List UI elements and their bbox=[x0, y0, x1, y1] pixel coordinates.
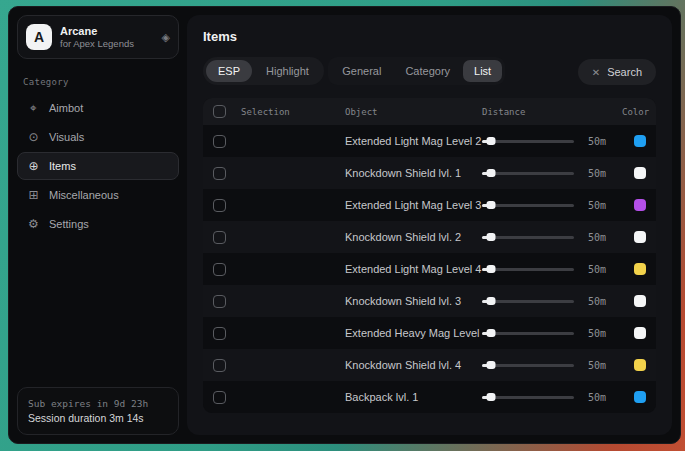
object-name: Extended Light Mag Level 3 bbox=[345, 199, 482, 211]
cheat-menu-window: A Arcane for Apex Legends ◈ Category ⌖ A… bbox=[8, 6, 681, 444]
category-section-label: Category bbox=[23, 77, 173, 87]
app-name: Arcane bbox=[60, 25, 154, 38]
distance-value: 50m bbox=[584, 136, 622, 147]
table-row[interactable]: Knockdown Shield lvl. 4 50m bbox=[203, 349, 656, 381]
object-name: Extended Light Mag Level 4 bbox=[345, 263, 482, 275]
object-name: Knockdown Shield lvl. 2 bbox=[345, 231, 482, 243]
color-swatch[interactable] bbox=[634, 263, 646, 275]
object-name: Knockdown Shield lvl. 3 bbox=[345, 295, 482, 307]
color-swatch[interactable] bbox=[634, 199, 646, 211]
row-checkbox[interactable] bbox=[213, 231, 226, 244]
session-duration-text: Session duration 3m 14s bbox=[28, 411, 168, 426]
distance-value: 50m bbox=[584, 200, 622, 211]
table-row[interactable]: Extended Light Mag Level 2 50m bbox=[203, 125, 656, 157]
brand-text: Arcane for Apex Legends bbox=[60, 25, 154, 50]
page-title: Items bbox=[203, 29, 656, 44]
distance-slider[interactable] bbox=[482, 296, 574, 306]
object-name: Backpack lvl. 1 bbox=[345, 391, 482, 403]
color-swatch[interactable] bbox=[634, 167, 646, 179]
table-row[interactable]: Extended Light Mag Level 4 50m bbox=[203, 253, 656, 285]
sidebar-item-items[interactable]: ⊕ Items bbox=[17, 152, 179, 180]
pin-icon[interactable]: ◈ bbox=[162, 31, 170, 44]
session-info-card: Sub expires in 9d 23h Session duration 3… bbox=[17, 387, 179, 435]
sidebar: A Arcane for Apex Legends ◈ Category ⌖ A… bbox=[17, 15, 179, 435]
view-tabs: General Category List bbox=[328, 57, 505, 85]
column-header-selection: Selection bbox=[241, 107, 345, 117]
color-swatch[interactable] bbox=[634, 359, 646, 371]
column-header-color: Color bbox=[622, 107, 646, 117]
sidebar-item-label: Settings bbox=[49, 218, 89, 230]
distance-slider[interactable] bbox=[482, 232, 574, 242]
color-swatch[interactable] bbox=[634, 135, 646, 147]
distance-slider[interactable] bbox=[482, 136, 574, 146]
sidebar-item-label: Visuals bbox=[49, 131, 84, 143]
row-checkbox[interactable] bbox=[213, 359, 226, 372]
column-header-object: Object bbox=[345, 107, 482, 117]
distance-slider[interactable] bbox=[482, 392, 574, 402]
sidebar-item-visuals[interactable]: ⊙ Visuals bbox=[17, 123, 179, 151]
object-name: Extended Light Mag Level 2 bbox=[345, 135, 482, 147]
distance-slider[interactable] bbox=[482, 200, 574, 210]
grid-icon: ⊞ bbox=[27, 188, 40, 202]
tab-general[interactable]: General bbox=[331, 60, 392, 82]
sidebar-item-label: Aimbot bbox=[49, 102, 83, 114]
sidebar-item-miscellaneous[interactable]: ⊞ Miscellaneous bbox=[17, 181, 179, 209]
color-swatch[interactable] bbox=[634, 231, 646, 243]
sidebar-item-label: Miscellaneous bbox=[49, 189, 119, 201]
distance-value: 50m bbox=[584, 168, 622, 179]
object-name: Knockdown Shield lvl. 4 bbox=[345, 359, 482, 371]
distance-value: 50m bbox=[584, 264, 622, 275]
object-name: Extended Heavy Mag Level 1 bbox=[345, 327, 482, 339]
row-checkbox[interactable] bbox=[213, 199, 226, 212]
row-checkbox[interactable] bbox=[213, 295, 226, 308]
app-logo: A bbox=[26, 24, 52, 50]
distance-value: 50m bbox=[584, 296, 622, 307]
sidebar-item-aimbot[interactable]: ⌖ Aimbot bbox=[17, 94, 179, 122]
tab-category[interactable]: Category bbox=[394, 60, 461, 82]
distance-value: 50m bbox=[584, 360, 622, 371]
row-checkbox[interactable] bbox=[213, 135, 226, 148]
eye-scan-icon: ⊙ bbox=[27, 130, 40, 144]
color-swatch[interactable] bbox=[634, 295, 646, 307]
box-icon: ⊕ bbox=[27, 159, 40, 173]
sidebar-nav: ⌖ Aimbot ⊙ Visuals ⊕ Items ⊞ Miscellaneo… bbox=[17, 93, 179, 239]
table-row[interactable]: Extended Heavy Mag Level 1 50m bbox=[203, 317, 656, 349]
row-checkbox[interactable] bbox=[213, 263, 226, 276]
table-row[interactable]: Knockdown Shield lvl. 2 50m bbox=[203, 221, 656, 253]
items-table: Selection Object Distance Color Extended… bbox=[203, 98, 656, 413]
table-header: Selection Object Distance Color bbox=[203, 98, 656, 125]
column-header-distance: Distance bbox=[482, 107, 584, 117]
gear-icon: ⚙ bbox=[27, 217, 40, 231]
table-row[interactable]: Knockdown Shield lvl. 3 50m bbox=[203, 285, 656, 317]
color-swatch[interactable] bbox=[634, 327, 646, 339]
game-backdrop: A Arcane for Apex Legends ◈ Category ⌖ A… bbox=[0, 0, 685, 451]
row-checkbox[interactable] bbox=[213, 167, 226, 180]
app-subtitle: for Apex Legends bbox=[60, 38, 154, 50]
distance-slider[interactable] bbox=[482, 328, 574, 338]
mode-tabs: ESP Highlight bbox=[203, 57, 324, 85]
brand-card: A Arcane for Apex Legends ◈ bbox=[17, 15, 179, 59]
table-row[interactable]: Knockdown Shield lvl. 1 50m bbox=[203, 157, 656, 189]
search-button[interactable]: ✕ Search bbox=[578, 59, 656, 85]
object-name: Knockdown Shield lvl. 1 bbox=[345, 167, 482, 179]
distance-value: 50m bbox=[584, 392, 622, 403]
crosshair-icon: ⌖ bbox=[27, 101, 40, 115]
table-row[interactable]: Backpack lvl. 1 50m bbox=[203, 381, 656, 413]
distance-slider[interactable] bbox=[482, 264, 574, 274]
row-checkbox[interactable] bbox=[213, 391, 226, 404]
row-checkbox[interactable] bbox=[213, 327, 226, 340]
select-all-checkbox[interactable] bbox=[213, 105, 226, 118]
distance-value: 50m bbox=[584, 328, 622, 339]
sidebar-item-settings[interactable]: ⚙ Settings bbox=[17, 210, 179, 238]
distance-slider[interactable] bbox=[482, 360, 574, 370]
distance-slider[interactable] bbox=[482, 168, 574, 178]
search-shortcut-icon: ✕ bbox=[592, 67, 600, 78]
tab-list[interactable]: List bbox=[463, 60, 502, 82]
table-row[interactable]: Extended Light Mag Level 3 50m bbox=[203, 189, 656, 221]
tab-esp[interactable]: ESP bbox=[206, 60, 252, 82]
sub-expiry-text: Sub expires in 9d 23h bbox=[28, 396, 168, 411]
search-button-label: Search bbox=[607, 66, 642, 78]
color-swatch[interactable] bbox=[634, 391, 646, 403]
tab-highlight[interactable]: Highlight bbox=[254, 60, 321, 82]
items-panel: Items ESP Highlight ✕ Search General Cat… bbox=[187, 15, 672, 435]
